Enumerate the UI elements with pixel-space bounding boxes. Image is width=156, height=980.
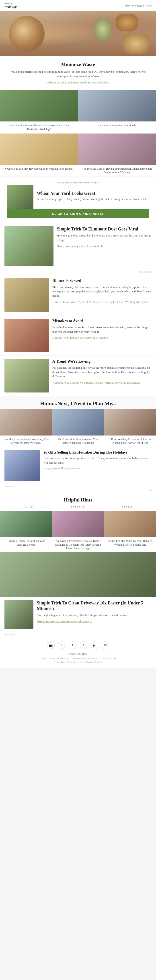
minimize-waste-body: While most caterers do their best to min…	[7, 70, 149, 79]
ad-dust-section: Simple Trick To Eliminate Dust Goes Vira…	[0, 223, 156, 275]
hints-card-img-inspired	[52, 511, 104, 537]
hints-card-link-rules[interactable]: 9 Need-to-Know Rules About Your Marriage…	[7, 539, 45, 546]
plan-card-link-values[interactable]: The 8 Important Values You and Your Part…	[58, 438, 98, 444]
ad-dust-sponsor-name: ▶	[150, 270, 151, 273]
logo-top: BRIDES	[5, 3, 18, 5]
hints-card-img-charities	[104, 511, 156, 537]
cards-row-1: Are You Fully Responsible for Your Guest…	[0, 90, 156, 134]
article-img-dinner	[5, 278, 49, 312]
logo[interactable]: BRIDES weddings	[5, 3, 18, 8]
card-link-rehearsal[interactable]: The Pros and Cons of Having Your Rehears…	[82, 167, 152, 174]
card-img-rehearsal	[78, 134, 156, 165]
twitter-icon[interactable]: t	[80, 641, 88, 649]
hints-cards-grid: 9 Need-to-Know Rules About Your Marriage…	[0, 511, 156, 552]
big-ad-driveway-text: Simple Trick To Clean Driveway 10x Faste…	[37, 600, 151, 629]
ad-dust-image	[5, 226, 54, 266]
plan-card-outline: A Basic Wedding Ceremony Outline for Pla…	[104, 409, 156, 447]
card-link-plan[interactable]: How to Plan a Wedding in 9 Months	[98, 124, 137, 127]
bread-decoration	[9, 16, 45, 51]
hints-card-link-charities[interactable]: 5 Charities That Will Give Your Donated …	[108, 539, 152, 546]
gifts-title: 26 Gifts Selling Like Hotcakes During Th…	[43, 450, 151, 455]
youtube-icon[interactable]: ▶	[91, 641, 98, 649]
card-rehearsal: The Pros and Cons of Having Your Rehears…	[78, 134, 156, 177]
hints-card-img-rules	[0, 511, 52, 537]
plan-card-link-outline[interactable]: A Basic Wedding Ceremony Outline for Pla…	[109, 438, 151, 444]
big-ad-driveway-left: Simple Trick To Clean Driveway 10x Faste…	[5, 600, 151, 629]
article-link-trend[interactable]: Wedding Food Stations vs Buffets: An Exp…	[53, 381, 140, 384]
hints-card-link-inspired[interactable]: An Insanely Predictable Rehearsal Dinner…	[55, 539, 101, 550]
article-content-dinner: Dinner Is Served There are so many diffe…	[53, 278, 151, 304]
cards-row-2: 6 Questions You May Have About Your Wedd…	[0, 134, 156, 177]
article-content-mistakes: Mistakes to Avoid From high-octane cockt…	[53, 319, 151, 340]
newsletter-promo: We think you'll totally love this newsle…	[0, 177, 156, 223]
food-decoration-1	[116, 14, 138, 32]
gifts-sponsor: Powered by	[0, 485, 156, 488]
article-img-trend	[5, 359, 49, 393]
gifts-section: 26 Gifts Selling Like Hotcakes During Th…	[0, 447, 156, 493]
article-trend: A Trend We're Loving For decades, the we…	[0, 356, 156, 396]
article-link-mistakes[interactable]: 5 Things You Should Never Serve at a Wed…	[53, 336, 108, 339]
hints-col-style: STYLE	[102, 505, 151, 508]
article-dinner: Dinner Is Served There are so many diffe…	[0, 275, 156, 315]
gifts-image	[5, 450, 40, 481]
card-food-tasting: 6 Questions You May Have About Your Wedd…	[0, 134, 78, 177]
card-link-tasting[interactable]: 6 Questions You May Have About Your Wedd…	[5, 167, 72, 170]
promo-inner: Whoa! Your Yard Looks Great! Is exactly …	[7, 185, 149, 209]
minimize-waste-link[interactable]: What to Do with the Excess Food from You…	[7, 81, 149, 84]
email-icon[interactable]: ✉	[102, 641, 109, 649]
article-desc-mistakes: From high-octane cocktails to foods gues…	[53, 325, 151, 334]
ad-dust-banner: Simple Trick To Eliminate Dust Goes Vira…	[0, 223, 156, 270]
hints-col-inspire: INSPIRE	[54, 505, 102, 508]
article-desc-dinner: There are so many different ways to serv…	[53, 285, 151, 298]
hints-cols-header: PLAN INSPIRE STYLE	[0, 505, 156, 511]
plan-card-events: How Many Events Should You Really Plan f…	[0, 409, 52, 447]
card-img-plan	[78, 90, 156, 121]
big-ad-driveway: Simple Trick To Clean Driveway 10x Faste…	[0, 552, 156, 637]
ad-dust-subtitle: How this grandma turned her dusty house …	[57, 233, 151, 242]
logo-main: weddings	[5, 5, 18, 8]
page-header: BRIDES weddings Ensure nothing gets wast…	[0, 0, 156, 11]
facebook-icon[interactable]: f	[69, 641, 76, 649]
hints-header: Helpful Hints	[0, 493, 156, 505]
promo-title: Whoa! Your Yard Looks Great!	[37, 191, 146, 196]
plan-card-values: The 8 Important Values You and Your Part…	[52, 409, 104, 447]
article-title-dinner: Dinner Is Served	[53, 278, 151, 283]
pinterest-icon[interactable]: P	[58, 641, 65, 649]
promo-eyebrow: We think you'll totally love this newsle…	[7, 181, 149, 184]
hints-card-rules: 9 Need-to-Know Rules About Your Marriage…	[0, 511, 52, 552]
big-ad-driveway-title: Simple Trick To Clean Driveway 10x Faste…	[37, 600, 151, 612]
big-ad-driveway-thumb	[5, 600, 33, 629]
gifts-content: 26 Gifts Selling Like Hotcakes During Th…	[43, 450, 151, 470]
minimize-waste-section: Minimize Waste While most caterers do th…	[0, 56, 156, 90]
promo-text: Whoa! Your Yard Looks Great! Is exactly …	[37, 191, 146, 204]
hero-image	[0, 11, 156, 56]
minimize-waste-title: Minimize Waste	[7, 62, 149, 67]
plan-card-link-events[interactable]: How Many Events Should You Really Plan f…	[3, 438, 49, 444]
promo-image	[7, 185, 33, 209]
big-ad-driveway-header-img	[0, 552, 156, 597]
gifts-link[interactable]: Hurry, these will be gone soon!	[43, 467, 80, 470]
unsubscribe-link[interactable]: Unsubscribe Here	[5, 652, 151, 655]
ad-dust-link[interactable]: Here's how to magically eliminate dust..…	[57, 244, 104, 248]
plan-cards-grid: How Many Events Should You Really Plan f…	[0, 409, 156, 447]
gifts-desc: Don't miss out on the hottest product of…	[43, 456, 151, 465]
big-ad-driveway-content: Simple Trick To Clean Driveway 10x Faste…	[0, 597, 156, 632]
ad-dust-sponsored: Powered by ▶	[0, 270, 156, 274]
plan-section-header: Hmm...Next, I Need to Plan My...	[0, 396, 156, 409]
article-link-dinner[interactable]: How to Decide Which Style of Meal Servic…	[53, 300, 148, 304]
big-ad-driveway-link[interactable]: Here's how easy it is to clean a dirty d…	[37, 620, 92, 623]
ad-dust-title: Simple Trick To Eliminate Dust Goes Vira…	[57, 226, 151, 232]
gifts-promo: 26 Gifts Selling Like Hotcakes During Th…	[0, 447, 156, 485]
promo-signup-button[interactable]: CLICK TO SIGN UP INSTANTLY	[7, 209, 149, 218]
header-tagline: Ensure nothing gets wasted	[124, 4, 151, 7]
hints-card-inspired: An Insanely Predictable Rehearsal Dinner…	[52, 511, 104, 552]
plan-card-img-events	[0, 409, 52, 436]
plan-card-img-outline	[104, 409, 156, 436]
big-ad-driveway-desc: Stop neglecting your dirty driveway. Use…	[37, 613, 151, 617]
ad-dust-sponsor-label: Powered by	[138, 270, 149, 273]
social-icons-row: 📷 P f t ▶ ✉	[5, 641, 151, 649]
page-footer: 📷 P f t ▶ ✉ Unsubscribe Here ©2021 Dotda…	[0, 637, 156, 668]
instagram-icon[interactable]: 📷	[47, 641, 55, 649]
card-link-destination[interactable]: Are You Fully Responsible for Your Guest…	[9, 124, 69, 131]
card-destination-wedding: Are You Fully Responsible for Your Guest…	[0, 90, 78, 134]
